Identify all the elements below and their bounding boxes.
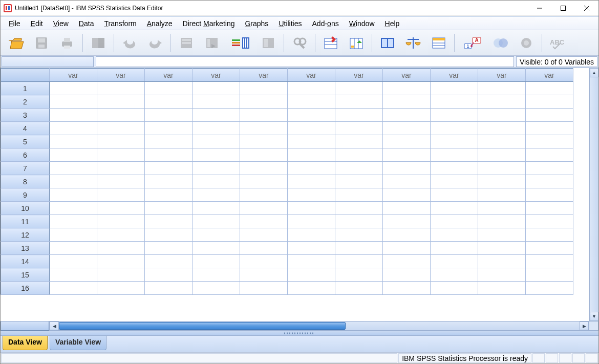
find-button[interactable]: [288, 33, 311, 53]
cell-4-3[interactable]: [192, 122, 240, 135]
cell-11-0[interactable]: [50, 215, 97, 228]
cell-13-9[interactable]: [478, 242, 526, 255]
cell-12-10[interactable]: [526, 228, 573, 242]
cell-10-8[interactable]: [431, 202, 478, 215]
cell-reference-box[interactable]: [2, 56, 94, 67]
row-header-5[interactable]: 5: [1, 135, 50, 148]
menu-file[interactable]: File: [5, 18, 25, 29]
cell-10-9[interactable]: [478, 202, 526, 215]
cell-7-8[interactable]: [431, 162, 478, 175]
cell-16-6[interactable]: [335, 282, 383, 295]
row-header-16[interactable]: 16: [1, 282, 50, 295]
cell-6-9[interactable]: [478, 148, 526, 162]
menu-direct-marketing[interactable]: Direct Marketing: [179, 18, 239, 29]
cell-16-10[interactable]: [526, 282, 573, 295]
cell-13-0[interactable]: [50, 242, 97, 255]
show-all-variables-button[interactable]: [515, 33, 538, 53]
cell-10-10[interactable]: [526, 202, 573, 215]
cell-8-2[interactable]: [145, 175, 192, 188]
cell-2-1[interactable]: [97, 95, 145, 109]
cell-9-2[interactable]: [145, 188, 192, 202]
cell-9-9[interactable]: [478, 188, 526, 202]
insert-cases-button[interactable]: [319, 33, 342, 53]
cell-11-1[interactable]: [97, 215, 145, 228]
cell-15-5[interactable]: [288, 268, 335, 282]
cell-7-3[interactable]: [192, 162, 240, 175]
row-header-8[interactable]: 8: [1, 175, 50, 188]
cell-9-0[interactable]: [50, 188, 97, 202]
scroll-down-icon[interactable]: ▼: [590, 312, 598, 321]
vertical-scrollbar[interactable]: ▲ ▼: [589, 68, 598, 321]
formula-input[interactable]: [96, 56, 514, 67]
cell-2-2[interactable]: [145, 95, 192, 109]
cell-7-1[interactable]: [97, 162, 145, 175]
cell-12-0[interactable]: [50, 228, 97, 242]
col-header-5[interactable]: var: [288, 69, 335, 82]
open-file-button[interactable]: [5, 33, 27, 53]
cell-11-3[interactable]: [192, 215, 240, 228]
cell-4-9[interactable]: [478, 122, 526, 135]
cell-1-9[interactable]: [478, 82, 526, 95]
row-header-2[interactable]: 2: [1, 95, 50, 109]
cell-14-6[interactable]: [335, 255, 383, 268]
cell-9-3[interactable]: [192, 188, 240, 202]
cell-8-4[interactable]: [240, 175, 288, 188]
cell-4-7[interactable]: [383, 122, 431, 135]
cell-5-10[interactable]: [526, 135, 573, 148]
cell-11-10[interactable]: [526, 215, 573, 228]
cell-5-3[interactable]: [192, 135, 240, 148]
cell-15-7[interactable]: [383, 268, 431, 282]
goto-case-button[interactable]: [175, 33, 198, 53]
cell-14-7[interactable]: [383, 255, 431, 268]
save-button[interactable]: [30, 33, 53, 53]
col-header-10[interactable]: var: [526, 69, 573, 82]
cell-8-6[interactable]: [335, 175, 383, 188]
col-header-4[interactable]: var: [240, 69, 288, 82]
cell-8-3[interactable]: [192, 175, 240, 188]
row-header-13[interactable]: 13: [1, 242, 50, 255]
cell-9-1[interactable]: [97, 188, 145, 202]
cell-14-10[interactable]: [526, 255, 573, 268]
split-file-button[interactable]: [376, 33, 399, 53]
row-header-3[interactable]: 3: [1, 109, 50, 122]
cell-11-7[interactable]: [383, 215, 431, 228]
cell-10-3[interactable]: [192, 202, 240, 215]
cell-10-6[interactable]: [335, 202, 383, 215]
col-header-7[interactable]: var: [383, 69, 431, 82]
cell-7-10[interactable]: [526, 162, 573, 175]
cell-3-9[interactable]: [478, 109, 526, 122]
cell-8-8[interactable]: [431, 175, 478, 188]
cell-15-4[interactable]: [240, 268, 288, 282]
row-header-6[interactable]: 6: [1, 148, 50, 162]
cell-4-4[interactable]: [240, 122, 288, 135]
scroll-left-icon[interactable]: ◀: [50, 322, 59, 330]
cell-1-1[interactable]: [97, 82, 145, 95]
cell-14-2[interactable]: [145, 255, 192, 268]
cell-2-3[interactable]: [192, 95, 240, 109]
cell-16-8[interactable]: [431, 282, 478, 295]
cell-10-0[interactable]: [50, 202, 97, 215]
cell-14-4[interactable]: [240, 255, 288, 268]
cell-13-6[interactable]: [335, 242, 383, 255]
cell-5-9[interactable]: [478, 135, 526, 148]
scroll-thumb[interactable]: [59, 322, 346, 330]
cell-12-9[interactable]: [478, 228, 526, 242]
corner-header[interactable]: [1, 69, 50, 82]
cell-8-1[interactable]: [97, 175, 145, 188]
use-variable-sets-button[interactable]: [489, 33, 512, 53]
tab-variable-view[interactable]: Variable View: [50, 336, 106, 350]
row-header-11[interactable]: 11: [1, 215, 50, 228]
cell-1-3[interactable]: [192, 82, 240, 95]
cell-5-5[interactable]: [288, 135, 335, 148]
cell-16-1[interactable]: [97, 282, 145, 295]
cell-10-1[interactable]: [97, 202, 145, 215]
cell-14-1[interactable]: [97, 255, 145, 268]
menu-graphs[interactable]: Graphs: [241, 18, 272, 29]
cell-4-1[interactable]: [97, 122, 145, 135]
undo-button[interactable]: [118, 33, 141, 53]
pane-splitter[interactable]: [1, 331, 598, 336]
cell-3-8[interactable]: [431, 109, 478, 122]
select-cases-button[interactable]: [427, 33, 450, 53]
cell-6-6[interactable]: [335, 148, 383, 162]
cell-12-4[interactable]: [240, 228, 288, 242]
